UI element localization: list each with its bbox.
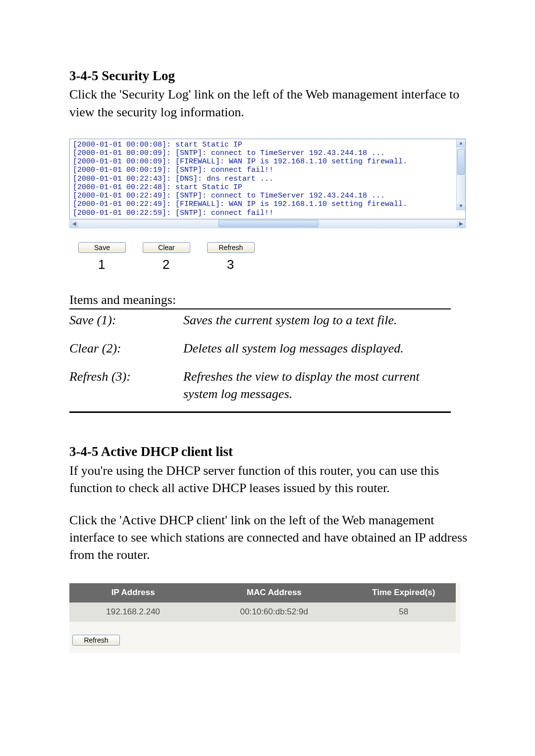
log-line: [2000-01-01 00:22:43]: [DNS]: dns restar…	[73, 175, 456, 183]
log-line: [2000-01-01 00:00:08]: start Static IP	[73, 141, 456, 149]
item-term: Refresh (3):	[69, 366, 183, 412]
log-line: [2000-01-01 00:22:48]: start Static IP	[73, 183, 456, 192]
scroll-thumb[interactable]	[457, 149, 465, 175]
dhcp-cell-ip: 192.168.2.240	[69, 603, 197, 622]
dhcp-row: 192.168.2.240 00:10:60:db:52:9d 58	[69, 603, 456, 622]
dhcp-col-mac: MAC Address	[197, 583, 351, 603]
item-desc: Deletes all system log messages displaye…	[183, 338, 451, 366]
dhcp-cell-mac: 00:10:60:db:52:9d	[197, 603, 351, 622]
security-log-screenshot: [2000-01-01 00:00:08]: start Static IP […	[69, 139, 466, 273]
log-line: [2000-01-01 00:22:49]: [FIREWALL]: WAN I…	[73, 200, 456, 208]
log-line: [2000-01-01 00:00:09]: [SNTP]: connect t…	[73, 149, 456, 157]
log-line: [2000-01-01 00:22:59]: [SNTP]: connect f…	[73, 209, 456, 217]
item-term: Clear (2):	[69, 338, 183, 366]
horizontal-scrollbar[interactable]: ◀ ▶	[69, 219, 466, 228]
vertical-scrollbar[interactable]: ▲ ▼	[456, 139, 465, 210]
dhcp-table: IP Address MAC Address Time Expired(s) 1…	[69, 583, 456, 622]
item-term: Save (1):	[69, 309, 183, 338]
button-number-labels: 1 2 3	[69, 256, 466, 273]
refresh-button[interactable]: Refresh	[207, 242, 255, 253]
dhcp-intro-2: Click the 'Active DHCP client' link on t…	[69, 511, 471, 563]
dhcp-refresh-button[interactable]: Refresh	[72, 635, 120, 646]
log-line: [2000-01-01 00:00:09]: [FIREWALL]: WAN I…	[73, 157, 456, 166]
scroll-left-icon[interactable]: ◀	[70, 219, 78, 228]
security-log-textarea[interactable]: [2000-01-01 00:00:08]: start Static IP […	[69, 139, 466, 219]
items-table: Save (1): Saves the current system log t…	[69, 308, 451, 413]
item-desc: Saves the current system log to a text f…	[183, 309, 451, 338]
clear-button[interactable]: Clear	[143, 242, 190, 253]
save-button[interactable]: Save	[78, 242, 126, 253]
items-and-meanings-heading: Items and meanings:	[69, 291, 471, 308]
section-dhcp-heading: 3-4-5 Active DHCP client list	[69, 443, 471, 460]
section-security-intro: Click the 'Security Log' link on the lef…	[69, 86, 471, 120]
scroll-down-icon[interactable]: ▼	[457, 202, 465, 210]
scroll-right-icon[interactable]: ▶	[457, 219, 465, 228]
label-2: 2	[162, 256, 227, 273]
item-desc: Refreshes the view to display the most c…	[183, 366, 451, 412]
dhcp-client-screenshot: IP Address MAC Address Time Expired(s) 1…	[69, 583, 461, 653]
section-security-heading: 3-4-5 Security Log	[69, 67, 471, 85]
scroll-thumb[interactable]	[218, 220, 319, 227]
scroll-up-icon[interactable]: ▲	[457, 139, 465, 148]
dhcp-cell-exp: 58	[351, 603, 456, 622]
label-1: 1	[98, 256, 162, 273]
dhcp-intro-1: If you're using the DHCP server function…	[69, 462, 471, 497]
log-line: [2000-01-01 00:00:19]: [SNTP]: connect f…	[73, 166, 456, 174]
label-3: 3	[227, 256, 234, 273]
dhcp-col-exp: Time Expired(s)	[351, 583, 456, 603]
log-line: [2000-01-01 00:22:49]: [SNTP]: connect t…	[73, 192, 456, 200]
dhcp-col-ip: IP Address	[69, 583, 197, 603]
